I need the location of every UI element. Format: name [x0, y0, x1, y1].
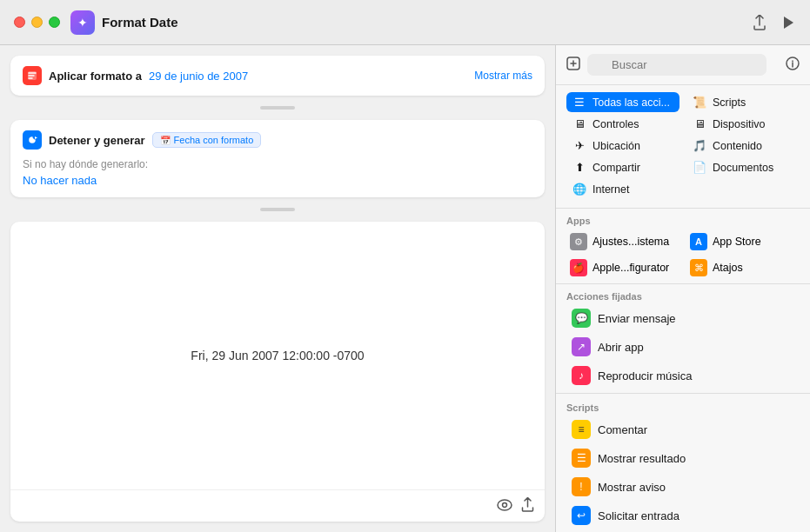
svg-point-3: [503, 502, 507, 507]
documentos-icon: 📄: [692, 161, 707, 174]
output-card: Fri, 29 Jun 2007 12:00:00 -0700: [10, 222, 545, 522]
mostrar-aviso-icon: !: [572, 477, 591, 496]
category-compartir[interactable]: ⬆ Compartir: [566, 157, 679, 177]
categories-grid: ☰ Todas las acci... 📜 Scripts 🖥 Controle…: [556, 85, 810, 206]
appstore-icon: A: [690, 233, 707, 250]
comentar-icon: ≡: [572, 420, 591, 439]
ubicacion-label: Ubicación: [592, 140, 640, 152]
apps-section-label: Apps: [556, 210, 810, 228]
apply-format-card: Aplicar formato a 29 de junio de 2007 Mo…: [10, 56, 545, 96]
apply-format-label: Aplicar formato a: [49, 70, 142, 83]
search-wrapper: 🔍: [587, 54, 779, 76]
script-solicitar[interactable]: ↩ Solicitar entrada: [561, 502, 805, 529]
comentar-label: Comentar: [598, 423, 647, 436]
pinned-section-label: Acciones fijadas: [556, 286, 810, 303]
contenido-label: Contenido: [713, 140, 762, 152]
category-controles[interactable]: 🖥 Controles: [566, 114, 679, 134]
app-appstore[interactable]: A App Store: [686, 229, 800, 254]
right-panel: 🔍 ☰ Todas las acci... 📜 Scripts 🖥 Contro…: [555, 45, 810, 532]
category-contenido[interactable]: 🎵 Contenido: [686, 136, 800, 156]
enviar-icon: 💬: [572, 309, 591, 328]
enviar-label: Enviar mensaje: [598, 312, 676, 325]
apps-row: ⚙ Ajustes...istema A App Store 🍎 Apple..…: [556, 228, 810, 282]
no-action-link[interactable]: No hacer nada: [23, 174, 532, 187]
traffic-lights: [14, 17, 60, 28]
category-internet[interactable]: 🌐 Internet: [566, 179, 679, 199]
todas-label: Todas las acci...: [592, 96, 670, 109]
share-button[interactable]: [751, 13, 768, 32]
app-ajustes[interactable]: ⚙ Ajustes...istema: [566, 229, 679, 254]
script-mostrar-resultado[interactable]: ☰ Mostrar resultado: [561, 444, 805, 472]
app-apple-fig[interactable]: 🍎 Apple...figurator: [566, 256, 679, 280]
category-todas[interactable]: ☰ Todas las acci...: [566, 92, 679, 112]
close-button[interactable]: [14, 17, 25, 28]
category-dispositivo[interactable]: 🖥 Dispositivo: [686, 114, 800, 134]
app-icon: ✦: [70, 10, 95, 35]
ubicacion-icon: ✈: [572, 139, 587, 152]
stop-generate-icon: [23, 130, 42, 150]
musica-label: Reproducir música: [598, 369, 692, 382]
dispositivo-icon: 🖥: [692, 117, 707, 130]
contenido-icon: 🎵: [692, 139, 707, 152]
apple-fig-icon: 🍎: [570, 259, 587, 276]
script-comentar[interactable]: ≡ Comentar: [561, 416, 805, 443]
window-title: Format Date: [102, 15, 751, 30]
svg-marker-1: [35, 136, 37, 139]
minimize-button[interactable]: [31, 17, 43, 28]
category-documentos[interactable]: 📄 Documentos: [686, 157, 800, 177]
output-content: Fri, 29 Jun 2007 12:00:00 -0700: [10, 222, 545, 489]
titlebar-actions: [751, 13, 796, 32]
app-atajos[interactable]: ⌘ Atajos: [686, 256, 800, 280]
scripts-icon: 📜: [692, 96, 707, 109]
apply-format-value[interactable]: 29 de junio de 2007: [149, 70, 248, 83]
controles-label: Controles: [592, 118, 639, 130]
musica-icon: ♪: [572, 366, 591, 385]
controles-icon: 🖥: [572, 117, 587, 130]
solicitar-label: Solicitar entrada: [598, 509, 679, 522]
output-footer: [10, 489, 545, 522]
section-divider-scripts: [556, 393, 810, 394]
add-action-button[interactable]: [566, 57, 580, 73]
internet-icon: 🌐: [572, 183, 587, 196]
info-button[interactable]: [786, 57, 800, 73]
titlebar: ✦ Format Date: [0, 0, 810, 45]
stop-generate-label: Detener y generar: [49, 134, 145, 147]
show-more-button[interactable]: Mostrar más: [474, 70, 532, 82]
play-button[interactable]: [780, 14, 796, 31]
left-panel: Aplicar formato a 29 de junio de 2007 Mo…: [0, 45, 555, 532]
pinned-musica[interactable]: ♪ Reproducir música: [561, 362, 805, 389]
compartir-label: Compartir: [592, 162, 640, 174]
script-mostrar-aviso[interactable]: ! Mostrar aviso: [561, 473, 805, 501]
scripts-label: Scripts: [713, 96, 746, 109]
divider-handle-2: [260, 208, 295, 211]
mostrar-resultado-label: Mostrar resultado: [598, 452, 686, 465]
mostrar-resultado-icon: ☰: [572, 449, 591, 468]
abrir-label: Abrir app: [598, 341, 644, 354]
internet-label: Internet: [592, 183, 629, 196]
mostrar-aviso-label: Mostrar aviso: [598, 481, 666, 494]
ajustes-label: Ajustes...istema: [592, 236, 669, 248]
abrir-icon: ↗: [572, 337, 591, 356]
maximize-button[interactable]: [49, 17, 60, 28]
section-divider-apps: [556, 208, 810, 209]
pinned-enviar[interactable]: 💬 Enviar mensaje: [561, 304, 805, 332]
todas-icon: ☰: [572, 96, 587, 109]
solicitar-icon: ↩: [572, 506, 591, 525]
section-divider-pinned: [556, 283, 810, 284]
right-header: 🔍: [556, 45, 810, 85]
output-share-button[interactable]: [521, 497, 534, 515]
main-content: Aplicar formato a 29 de junio de 2007 Mo…: [0, 45, 810, 532]
apple-fig-label: Apple...figurator: [592, 262, 669, 274]
chip-icon: 📅: [160, 136, 171, 145]
right-scrollable: Acciones fijadas 💬 Enviar mensaje ↗ Abri…: [556, 286, 810, 532]
chip-fecha-formato[interactable]: 📅 Fecha con formato: [152, 132, 262, 148]
pinned-abrir[interactable]: ↗ Abrir app: [561, 333, 805, 361]
divider-handle: [260, 106, 295, 110]
preview-button[interactable]: [497, 499, 512, 514]
category-ubicacion[interactable]: ✈ Ubicación: [566, 136, 679, 156]
category-scripts[interactable]: 📜 Scripts: [686, 92, 800, 112]
search-input[interactable]: [587, 54, 766, 76]
appstore-label: App Store: [713, 236, 761, 248]
stop-generate-card: Detener y generar 📅 Fecha con formato Si…: [10, 120, 545, 197]
compartir-icon: ⬆: [572, 161, 587, 174]
